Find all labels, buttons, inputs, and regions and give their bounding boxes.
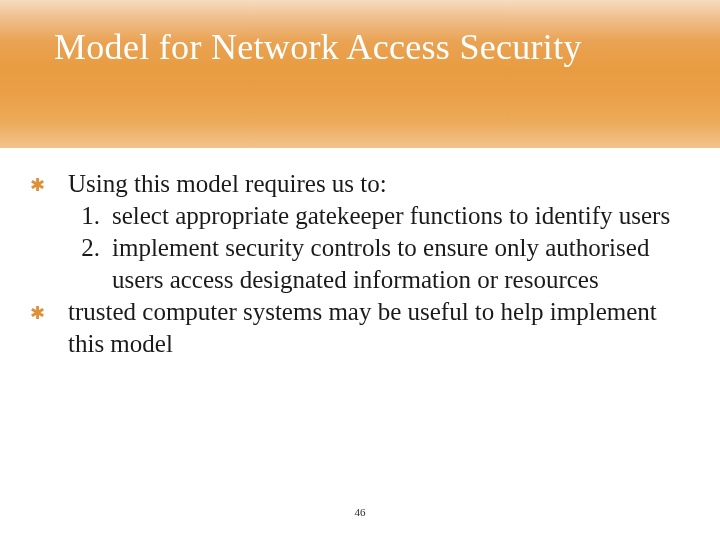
slide-content: ✱ Using this model requires us to: 1. se… xyxy=(30,168,680,360)
list-text: implement security controls to ensure on… xyxy=(112,232,680,296)
star-bullet-icon: ✱ xyxy=(30,296,68,325)
bullet-text: Using this model requires us to: xyxy=(68,168,680,200)
bullet-item: ✱ Using this model requires us to: xyxy=(30,168,680,200)
list-number: 1. xyxy=(68,200,112,232)
bullet-text: trusted computer systems may be useful t… xyxy=(68,296,680,360)
list-text: select appropriate gatekeeper functions … xyxy=(112,200,680,232)
numbered-item: 2. implement security controls to ensure… xyxy=(68,232,680,296)
star-bullet-icon: ✱ xyxy=(30,168,68,197)
list-number: 2. xyxy=(68,232,112,264)
numbered-list: 1. select appropriate gatekeeper functio… xyxy=(68,200,680,296)
page-number: 46 xyxy=(0,506,720,518)
numbered-item: 1. select appropriate gatekeeper functio… xyxy=(68,200,680,232)
slide-title: Model for Network Access Security xyxy=(54,26,680,68)
header-band xyxy=(0,0,720,148)
bullet-item: ✱ trusted computer systems may be useful… xyxy=(30,296,680,360)
